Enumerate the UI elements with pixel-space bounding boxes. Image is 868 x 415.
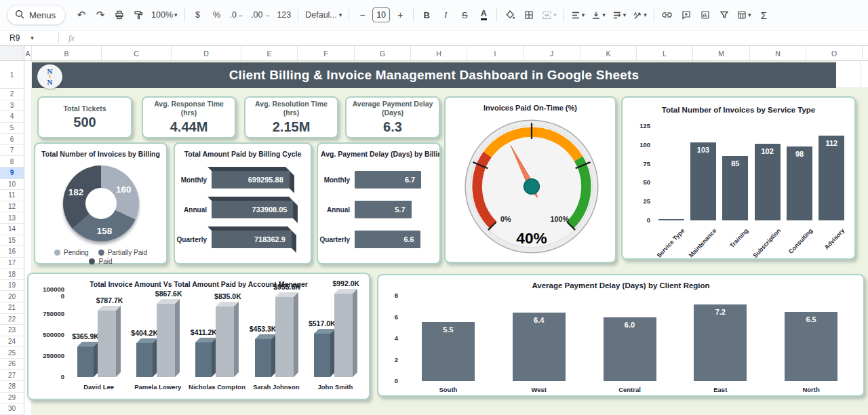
currency-format-button[interactable]: $ (189, 5, 207, 24)
row-header-6[interactable]: 6 (0, 134, 24, 145)
row-header-14[interactable]: 14 (0, 224, 24, 235)
font-size-input[interactable]: 10 (372, 7, 390, 22)
column-header-G[interactable]: G (355, 46, 411, 60)
column-header-A[interactable]: A (24, 46, 32, 60)
row-header-3[interactable]: 3 (0, 100, 24, 112)
row-header-27[interactable]: 27 (0, 370, 24, 381)
column-header-K[interactable]: K (580, 46, 637, 60)
row-header-12[interactable]: 12 (0, 201, 24, 213)
menus-button[interactable]: Menus (7, 5, 66, 25)
column-header-J[interactable]: J (524, 46, 580, 60)
column-header-D[interactable]: D (172, 46, 241, 60)
row-header-26[interactable]: 26 (0, 359, 24, 370)
insert-chart-button[interactable] (696, 5, 714, 24)
row-header-20[interactable]: 20 (0, 291, 24, 302)
select-all-corner[interactable] (0, 46, 24, 60)
paint-format-button[interactable] (130, 5, 147, 24)
bold-button[interactable]: B (418, 5, 435, 24)
chart-card-invoices-by-service-type[interactable]: Total Number of Invoices by Service Type… (621, 96, 856, 260)
row-header-1[interactable]: 1 (0, 61, 24, 89)
zoom-select[interactable]: 100%▾ (149, 5, 180, 24)
fill-color-button[interactable] (501, 5, 519, 24)
sheet-grid[interactable]: N t N Client Billing & Invoice Managemen… (24, 61, 868, 415)
row-header-17[interactable]: 17 (0, 258, 24, 269)
row-header-2[interactable]: 2 (0, 89, 24, 100)
more-formats-button[interactable]: 123 (274, 5, 294, 24)
column-header-B[interactable]: B (32, 46, 102, 60)
chart-card-amount-paid-by-billing-cycle[interactable]: Total Amount Paid by Billing Cycle Month… (174, 142, 312, 264)
column-header-F[interactable]: F (298, 46, 355, 60)
percent-format-button[interactable]: % (208, 5, 226, 24)
row-header-22[interactable]: 22 (0, 314, 24, 325)
merge-cells-button[interactable]: ▾ (539, 5, 559, 24)
kpi-card-avg-payment-delay[interactable]: Average Payment Delay (Days) 6.3 (345, 96, 440, 138)
column-header-I[interactable]: I (467, 46, 524, 60)
row-header-15[interactable]: 15 (0, 235, 24, 247)
row-header-23[interactable]: 23 (0, 325, 24, 336)
text-color-button[interactable]: A (475, 5, 492, 24)
row-header-30[interactable]: 30 (0, 403, 24, 415)
increase-font-size-button[interactable]: + (391, 5, 409, 24)
row-header-24[interactable]: 24 (0, 336, 24, 348)
formula-input[interactable]: fx (59, 33, 75, 43)
row-header-5[interactable]: 5 (0, 123, 24, 134)
kpi-card-avg-resolution-time[interactable]: Avg. Resolution Time (hrs) 2.15M (244, 96, 338, 138)
kpi-card-avg-response-time[interactable]: Avg. Response Time (hrs) 4.44M (142, 96, 236, 138)
kpi-card-total-tickets[interactable]: Total Tickets 500 (37, 96, 132, 138)
italic-button[interactable]: I (437, 5, 454, 24)
column-header-O[interactable]: O (806, 46, 863, 60)
row-header-10[interactable]: 10 (0, 179, 24, 191)
functions-button[interactable]: Σ (755, 5, 772, 24)
column-header-E[interactable]: E (241, 46, 298, 60)
print-button[interactable] (111, 5, 128, 24)
y-axis-tick: 8 (374, 292, 398, 299)
column-header-H[interactable]: H (411, 46, 467, 60)
row-header-25[interactable]: 25 (0, 347, 24, 359)
chart-card-invoices-by-billing-status[interactable]: Total Number of Invoices by Billing 1601… (34, 142, 167, 264)
font-family-select[interactable]: Defaul...▾ (302, 5, 344, 24)
row-header-7[interactable]: 7 (0, 145, 24, 157)
borders-button[interactable] (520, 5, 538, 24)
name-box[interactable]: R9 ▾ (0, 31, 58, 45)
table-views-button[interactable]: ▾ (734, 5, 754, 24)
strikethrough-button[interactable]: S (456, 5, 473, 24)
increase-decimal-button[interactable]: .00→ (248, 5, 273, 24)
column-header-N[interactable]: N (750, 46, 806, 60)
insert-comment-button[interactable] (677, 5, 695, 24)
horizontal-align-button[interactable]: ▾ (568, 5, 588, 24)
row-header-4[interactable]: 4 (0, 111, 24, 123)
x-axis-label: David Lee (69, 383, 128, 391)
row-header-13[interactable]: 13 (0, 212, 24, 224)
chart-card-invoice-vs-paid-by-account-manager[interactable]: Total Invoice Amount Vs Total Amount Pai… (27, 273, 370, 400)
row-header-8[interactable]: 8 (0, 156, 24, 167)
column-header-M[interactable]: M (693, 46, 750, 60)
insert-link-button[interactable] (658, 5, 676, 24)
vertical-align-button[interactable]: ▾ (589, 5, 608, 24)
column-header-C[interactable]: C (102, 46, 172, 60)
row-header-19[interactable]: 19 (0, 280, 24, 292)
row-header-29[interactable]: 29 (0, 393, 24, 404)
row-header-21[interactable]: 21 (0, 302, 24, 314)
chart-card-payment-delay-by-client-region[interactable]: Average Payment Delay (Days) by Client R… (377, 274, 865, 397)
bar-invoice (314, 334, 330, 377)
column-header-L[interactable]: L (637, 46, 693, 60)
redo-button[interactable]: ↷ (92, 5, 109, 24)
decrease-font-size-button[interactable]: − (353, 5, 371, 24)
row-header-16[interactable]: 16 (0, 246, 24, 258)
chart-card-invoices-paid-on-time[interactable]: Invoices Paid On-Time (%) 0%100%40% (444, 96, 616, 263)
row-header-11[interactable]: 11 (0, 190, 24, 201)
undo-button[interactable]: ↶ (73, 5, 90, 24)
row-header-9[interactable]: 9 (0, 167, 24, 179)
create-filter-button[interactable] (715, 5, 733, 24)
text-rotation-button[interactable]: A ▾ (630, 5, 650, 24)
row-header-18[interactable]: 18 (0, 269, 24, 280)
row-header-28[interactable]: 28 (0, 381, 24, 393)
name-box-caret-icon: ▾ (31, 35, 34, 41)
bar-value-label: 5.7 (395, 205, 405, 214)
bar-paid (275, 297, 294, 377)
decrease-decimal-button[interactable]: .0← (227, 5, 247, 24)
chart-card-payment-delay-by-billing-cycle[interactable]: Avg. Payment Delay (Days) by Billing Cyc… (317, 142, 441, 264)
text-wrap-button[interactable]: ▾ (610, 5, 629, 24)
svg-text:40%: 40% (516, 229, 547, 247)
gauge-chart: 0%100%40% (462, 117, 601, 256)
